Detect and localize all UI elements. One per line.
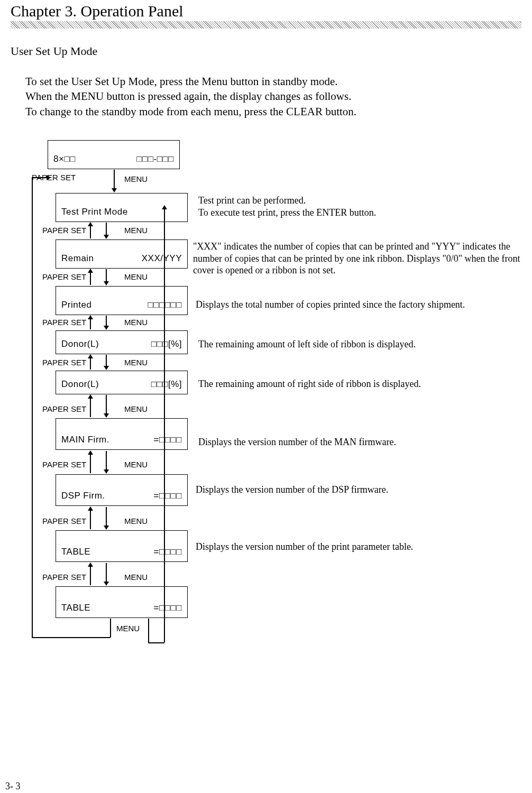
lcd-dsp-firm-right: =□□□□ bbox=[154, 491, 182, 501]
desc-donor-l: The remaining amount of left side of rib… bbox=[198, 338, 416, 351]
desc-test-print: Test print can be performed.To execute t… bbox=[198, 195, 376, 218]
lcd-test-print: Test Print Mode bbox=[56, 193, 188, 222]
menu-label-8: MENU bbox=[124, 573, 148, 582]
lcd-test-print-left: Test Print Mode bbox=[61, 207, 128, 217]
menu-flow-diagram: 8×□□ □□□-□□□ PAPER SET MENU Test Print M… bbox=[26, 140, 521, 722]
paper-set-label-3: PAPER SET bbox=[42, 318, 86, 327]
arrow-up-4 bbox=[90, 355, 91, 370]
menu-label-3: MENU bbox=[124, 318, 148, 327]
lcd-standby-right: □□□-□□□ bbox=[136, 154, 174, 164]
desc-donor-r: The remaining amount of right side of ri… bbox=[198, 378, 421, 390]
lcd-standby: 8×□□ □□□-□□□ bbox=[48, 140, 180, 169]
arrow-down-8 bbox=[106, 563, 107, 585]
loop-line-right-v bbox=[164, 209, 165, 642]
paper-set-label-7: PAPER SET bbox=[42, 517, 86, 525]
intro-text: To set the User Set Up Mode, press the M… bbox=[25, 74, 521, 119]
arrow-down-5 bbox=[106, 395, 107, 417]
intro-line-3: To change to the standby mode from each … bbox=[25, 104, 521, 119]
lcd-main-firm: MAIN Firm. =□□□□ bbox=[56, 418, 188, 450]
lcd-table-2-left: TABLE bbox=[61, 603, 90, 613]
bottom-rail-v-left bbox=[110, 619, 111, 638]
menu-label-1: MENU bbox=[124, 226, 148, 235]
arrow-up-5 bbox=[90, 395, 91, 417]
arrow-up-3 bbox=[90, 316, 91, 329]
menu-label-5: MENU bbox=[124, 404, 148, 413]
menu-label-2: MENU bbox=[124, 272, 148, 281]
paper-set-label-2: PAPER SET bbox=[42, 272, 86, 281]
menu-label-4: MENU bbox=[124, 358, 148, 367]
arrow-down-4 bbox=[106, 355, 107, 370]
arrow-up-6 bbox=[90, 451, 91, 473]
lcd-printed-left: Printed bbox=[61, 300, 91, 310]
menu-label-9: MENU bbox=[116, 624, 140, 633]
lcd-table-1-right: =□□□□ bbox=[154, 547, 182, 557]
lcd-remain-left: Remain bbox=[61, 253, 94, 264]
lcd-donor-r: Donor(L) □□□[%] bbox=[56, 371, 188, 394]
paper-set-label-1: PAPER SET bbox=[42, 226, 86, 235]
lcd-standby-left: 8×□□ bbox=[53, 154, 76, 164]
lcd-donor-r-right: □□□[%] bbox=[151, 379, 182, 390]
desc-dsp-firm: Displays the version number of the DSP f… bbox=[196, 484, 388, 496]
lcd-donor-l: Donor(L) □□□[%] bbox=[56, 330, 188, 354]
return-arrow-into-top bbox=[47, 175, 51, 180]
desc-remain: "XXX" indicates the number of copies tha… bbox=[193, 241, 521, 276]
intro-line-2: When the MENU button is pressed again, t… bbox=[25, 89, 521, 104]
lcd-printed-right: □□□□□□ bbox=[148, 300, 182, 310]
desc-table: Displays the version number of the print… bbox=[196, 541, 413, 553]
desc-printed: Displays the total number of copies prin… bbox=[196, 299, 465, 311]
menu-label-6: MENU bbox=[124, 460, 148, 469]
intro-line-1: To set the User Set Up Mode, press the M… bbox=[25, 74, 521, 89]
arrow-down-7 bbox=[106, 507, 107, 529]
bottom-rail-h-left bbox=[32, 637, 110, 638]
loop-line-bottom-h bbox=[148, 642, 164, 643]
loop-arrow-up-tip bbox=[162, 205, 167, 209]
arrow-up-7 bbox=[90, 507, 91, 529]
lcd-table-2: TABLE =□□□□ bbox=[56, 586, 188, 618]
arrow-up-2 bbox=[90, 269, 91, 285]
lcd-table-2-right: =□□□□ bbox=[154, 603, 182, 613]
chapter-title: Chapter 3. Operation Panel bbox=[11, 2, 521, 20]
lcd-remain-right: XXX/YYY bbox=[142, 253, 182, 264]
paper-set-label-4: PAPER SET bbox=[42, 358, 86, 367]
page-number: 3- 3 bbox=[5, 781, 21, 792]
lcd-table-1: TABLE =□□□□ bbox=[56, 530, 188, 562]
lcd-table-1-left: TABLE bbox=[61, 547, 90, 557]
arrow-up-1 bbox=[90, 223, 91, 238]
lcd-donor-r-left: Donor(L) bbox=[61, 379, 99, 390]
section-title: User Set Up Mode bbox=[11, 44, 521, 58]
arrow-down-2 bbox=[106, 269, 107, 285]
menu-label-7: MENU bbox=[124, 517, 148, 525]
menu-label-0: MENU bbox=[124, 174, 148, 183]
lcd-main-firm-left: MAIN Firm. bbox=[61, 435, 109, 445]
arrow-down-1 bbox=[106, 223, 107, 238]
paper-set-label-6: PAPER SET bbox=[42, 460, 86, 469]
divider-hatch bbox=[11, 21, 521, 29]
paper-set-label-8: PAPER SET bbox=[42, 573, 86, 582]
lcd-dsp-firm: DSP Firm. =□□□□ bbox=[56, 474, 188, 506]
arrow-down-6 bbox=[106, 451, 107, 473]
arrow-down-3 bbox=[106, 316, 107, 329]
lcd-donor-l-left: Donor(L) bbox=[61, 339, 99, 349]
loop-line-bottom-v bbox=[148, 619, 149, 643]
arrow-down-0 bbox=[114, 170, 115, 192]
lcd-remain: Remain XXX/YYY bbox=[56, 239, 188, 269]
lcd-printed: Printed □□□□□□ bbox=[56, 286, 188, 315]
desc-main-firm: Displays the version number of the MAN f… bbox=[198, 436, 396, 448]
lcd-main-firm-right: =□□□□ bbox=[154, 435, 182, 445]
arrow-up-8 bbox=[90, 563, 91, 585]
return-line-top-h bbox=[32, 177, 48, 178]
lcd-donor-l-right: □□□[%] bbox=[151, 339, 182, 349]
return-line-left-v bbox=[32, 177, 33, 637]
lcd-dsp-firm-left: DSP Firm. bbox=[61, 491, 105, 501]
paper-set-label-5: PAPER SET bbox=[42, 404, 86, 413]
